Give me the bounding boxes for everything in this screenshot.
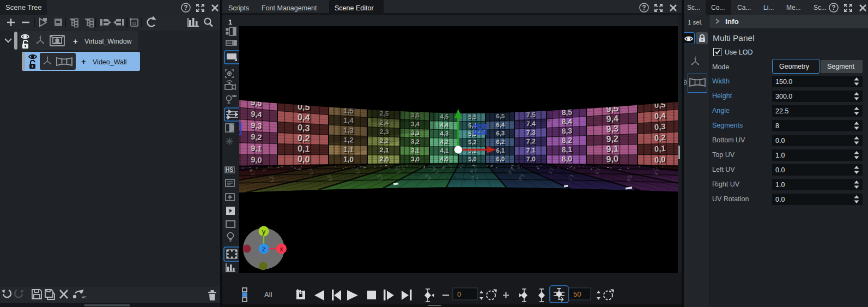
svg-text:x: x (280, 245, 283, 253)
svg-text:9,3: 9,3 (251, 121, 262, 131)
svg-text:0,0: 0,0 (298, 154, 311, 164)
svg-text:0,4: 0,4 (298, 112, 311, 122)
svg-text:z: z (262, 245, 266, 253)
svg-text:3,2: 3,2 (411, 138, 420, 145)
svg-text:All: All (264, 291, 272, 299)
svg-text:6,1: 6,1 (496, 147, 505, 154)
svg-text:5,2: 5,2 (471, 174, 478, 181)
svg-text:0,3: 0,3 (654, 122, 665, 131)
svg-text:HS: HS (226, 167, 233, 173)
svg-text:8,1: 8,1 (561, 146, 572, 154)
svg-text:0,2: 0,2 (298, 133, 311, 143)
svg-text:Y: Y (47, 56, 48, 58)
svg-text:4,3: 4,3 (440, 130, 449, 137)
svg-text:7,2: 7,2 (526, 137, 536, 145)
svg-text:9,2: 9,2 (251, 133, 262, 142)
svg-text:3,0: 3,0 (411, 156, 420, 162)
svg-text:y: y (262, 227, 266, 236)
svg-text:9,1: 9,1 (251, 144, 262, 154)
svg-text:7,1: 7,1 (526, 146, 536, 154)
svg-text:9,4: 9,4 (606, 113, 619, 124)
svg-text:8,4: 8,4 (561, 117, 572, 126)
svg-text:0,4: 0,4 (654, 111, 666, 121)
svg-text:4,1: 4,1 (440, 147, 450, 154)
svg-text:7,0: 7,0 (526, 155, 536, 163)
svg-text:0,3: 0,3 (298, 122, 311, 133)
svg-text:9,3: 9,3 (606, 123, 619, 134)
svg-text:0,1: 0,1 (298, 143, 311, 153)
svg-text:9,4: 9,4 (251, 110, 263, 119)
svg-text:6,4: 6,4 (496, 122, 505, 128)
svg-text:3,1: 3,1 (411, 147, 420, 153)
svg-text:9,2: 9,2 (606, 133, 619, 143)
svg-text:9,0: 9,0 (251, 155, 262, 165)
svg-text:9,1: 9,1 (606, 143, 619, 154)
svg-text:4,0: 4,0 (440, 155, 449, 162)
svg-text:Y: Y (40, 35, 41, 37)
svg-text:8,0: 8,0 (561, 155, 572, 164)
svg-text:HC: HC (82, 296, 87, 299)
svg-text:2,1: 2,1 (379, 146, 389, 154)
svg-text:0,1: 0,1 (654, 144, 665, 153)
svg-text:2,0: 2,0 (379, 155, 389, 164)
svg-text:G: G (132, 21, 136, 26)
svg-text:6,0: 6,0 (496, 155, 505, 162)
svg-text:?: ? (642, 4, 646, 11)
svg-text:9,0: 9,0 (606, 153, 619, 164)
svg-text:5,2: 5,2 (468, 139, 476, 146)
svg-text:4,2: 4,2 (440, 139, 449, 145)
svg-text:8,2: 8,2 (561, 136, 572, 145)
svg-text:Y: Y (695, 56, 696, 58)
svg-text:5,0: 5,0 (468, 155, 476, 162)
svg-text:6,3: 6,3 (496, 130, 505, 136)
svg-text:50: 50 (573, 290, 581, 298)
svg-text:6,2: 6,2 (496, 139, 505, 145)
svg-text:0: 0 (457, 290, 461, 298)
svg-text:4,4: 4,4 (440, 122, 450, 128)
svg-text:8,3: 8,3 (561, 127, 572, 136)
svg-text:1,0: 1,0 (343, 155, 354, 164)
svg-text:?: ? (184, 4, 187, 11)
svg-text:7,3: 7,3 (526, 129, 536, 136)
svg-text:?: ? (831, 4, 835, 11)
svg-text:0,2: 0,2 (654, 133, 665, 142)
svg-text:0,0: 0,0 (654, 155, 665, 164)
